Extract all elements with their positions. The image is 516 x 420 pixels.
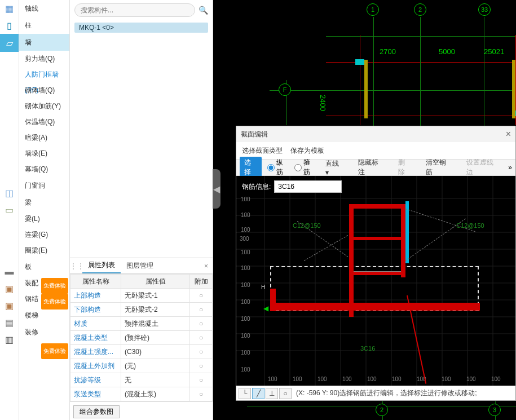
rebar[interactable]	[270, 289, 276, 311]
decor-icon[interactable]: ▥	[0, 331, 19, 348]
table-row: 混凝土类型(预拌砼)○	[70, 331, 213, 345]
sidebar-item-extra[interactable]: 免费体验	[19, 341, 69, 356]
search-input[interactable]	[74, 3, 195, 17]
wall-outline	[512, 60, 515, 118]
sidebar-top-door[interactable]: 门窗洞	[19, 177, 69, 194]
tab-properties[interactable]: 属性列表	[82, 258, 121, 273]
axis-bubble: 33	[478, 3, 491, 16]
sidebar-item-insulation[interactable]: 保温墙(Q)	[19, 114, 69, 130]
sidebar-top-beam[interactable]: 梁	[19, 194, 69, 211]
sidebar-top-wall[interactable]: 墙	[19, 34, 69, 51]
steel-icon[interactable]: ▣	[0, 297, 19, 314]
wall-icon[interactable]: ▱	[0, 34, 19, 52]
rebar-label[interactable]: 3C16	[360, 345, 375, 352]
sidebar-item-beam[interactable]: 梁(L)	[19, 211, 69, 227]
menu-save-template[interactable]: 保存为模板	[290, 146, 324, 156]
tick: 100	[317, 376, 327, 382]
snap-center-icon[interactable]: ○	[279, 388, 292, 399]
search-icon[interactable]: 🔍	[199, 6, 208, 15]
slab-icon[interactable]: ▬	[0, 263, 19, 280]
radio-longbar[interactable]: 纵筋	[267, 158, 289, 177]
sidebar-item-shearwall[interactable]: 剪力墙(Q)	[19, 51, 69, 67]
sidebar-top-decor[interactable]: 装修	[19, 324, 69, 341]
dialog-statusbar: └ ╱ ⊥ ○ (X: -596 Y: 90)选择钢筋进行编辑，选择标注进行修改…	[236, 386, 515, 400]
toolbar-more-icon[interactable]: »	[508, 163, 512, 171]
beam-icon[interactable]: ▭	[0, 201, 19, 218]
tab-layers[interactable]: 图层管理	[121, 258, 159, 273]
tool-line[interactable]: 直线 ▾	[321, 158, 348, 178]
arrow-icon: ◀	[263, 304, 268, 312]
snap-line-icon[interactable]: ╱	[252, 388, 264, 399]
tool-delete[interactable]: 删除	[394, 157, 416, 178]
tick: 100	[342, 376, 352, 382]
sidebar-item-masonry[interactable]: 砌体墙(Q)	[19, 82, 69, 98]
letter-h: H	[261, 284, 265, 290]
rebar[interactable]	[349, 272, 405, 275]
rebar-info-label: 钢筋信息:	[242, 182, 271, 192]
member-marker	[355, 59, 364, 65]
column-icon[interactable]: ▯	[0, 17, 19, 34]
tick: 100	[367, 376, 377, 382]
axis-icon[interactable]: ▦	[0, 0, 19, 17]
dim-label: 5000	[439, 47, 455, 56]
stair-icon[interactable]: ▤	[0, 314, 19, 331]
close-icon[interactable]: ×	[506, 129, 511, 139]
tick: 100	[241, 316, 250, 322]
sidebar-item-steel[interactable]: 钢结免费体验	[19, 291, 69, 307]
axis-bubble: 2	[376, 404, 388, 416]
sidebar-item-assembly[interactable]: 装配免费体验	[19, 275, 69, 291]
rebar[interactable]	[349, 237, 405, 240]
rebar[interactable]	[401, 204, 405, 277]
sidebar-top-slab[interactable]: 板	[19, 258, 69, 275]
collapse-handle[interactable]: ◀	[213, 169, 220, 209]
rebar-label[interactable]: C12@150	[456, 222, 484, 229]
rebar-info-combo[interactable]	[274, 180, 342, 193]
rebar-selected[interactable]	[405, 201, 409, 263]
rebar-label[interactable]: C12@150	[293, 222, 321, 229]
sidebar-top-axis[interactable]: 轴线	[19, 0, 69, 17]
rebar[interactable]	[270, 303, 480, 311]
sidebar-item-masonry-rebar[interactable]: 砌体加筋(Y)	[19, 98, 69, 114]
sidebar-item-linkbeam[interactable]: 连梁(G)	[19, 227, 69, 242]
tick: 100	[241, 227, 250, 233]
tool-select[interactable]: 选择	[240, 157, 262, 178]
rebar[interactable]	[349, 204, 405, 209]
sidebar-item-curtainwall[interactable]: 幕墙(Q)	[19, 161, 69, 177]
door-icon[interactable]: ◫	[0, 184, 19, 201]
col-extra: 附加	[190, 275, 213, 289]
table-row: 混凝土外加剂(无)○	[70, 359, 213, 373]
tick: 100	[392, 376, 402, 382]
dialog-toolbar: 选择 纵筋 箍筋 直线 ▾ 隐藏标注 删除 清空钢筋 设置虚线边 »	[236, 159, 515, 176]
tool-virtual-edge[interactable]: 设置虚线边	[462, 157, 503, 178]
drag-handle-icon[interactable]: ⋮⋮	[70, 262, 82, 270]
section-canvas[interactable]: 钢筋信息: 100 100 100 300 100 100 100	[236, 176, 515, 386]
sidebar-item-wallcol[interactable]: 墙垛(E)	[19, 145, 69, 161]
dim-label: 2400	[319, 95, 327, 111]
sidebar-top-column[interactable]: 柱	[19, 17, 69, 34]
sidebar-item-rfwall[interactable]: 人防门框墙(RF)	[19, 67, 69, 82]
snap-perp-icon[interactable]: ⊥	[266, 388, 278, 399]
tick: 100	[491, 376, 501, 382]
tick: 100	[442, 376, 451, 382]
tick: 100	[466, 376, 476, 382]
tick: 100	[241, 282, 250, 288]
param-diagram-button[interactable]: 组合参数图	[73, 405, 120, 418]
tool-clear-rebar[interactable]: 清空钢筋	[421, 157, 456, 178]
radio-stirrup[interactable]: 箍筋	[294, 158, 316, 177]
property-table: 属性名称 属性值 附加 上部构造无卧梁式-1○ 下部构造无卧梁式-2○ 材质预拌…	[70, 274, 213, 401]
snap-endpoint-icon[interactable]: └	[239, 388, 251, 399]
member-chip[interactable]: MKQ-1 <0>	[74, 23, 208, 33]
menu-select-section-type[interactable]: 选择截面类型	[242, 146, 283, 156]
table-row: 下部构造无卧梁式-2○	[70, 303, 213, 317]
panel-close-icon[interactable]: ×	[200, 262, 213, 270]
rebar[interactable]	[349, 204, 354, 317]
axis-bubble: 3	[488, 404, 501, 416]
tool-hide-label[interactable]: 隐藏标注	[354, 157, 388, 178]
table-row: 材质预拌混凝土○	[70, 317, 213, 331]
sidebar-item-hiddenbeam[interactable]: 暗梁(A)	[19, 130, 69, 145]
dialog-titlebar[interactable]: 截面编辑 ×	[236, 126, 515, 142]
sidebar-item-ringbeam[interactable]: 圈梁(E)	[19, 242, 69, 258]
col-name: 属性名称	[70, 275, 121, 289]
assembly-icon[interactable]: ▣	[0, 280, 19, 297]
tick: 100	[241, 366, 250, 373]
